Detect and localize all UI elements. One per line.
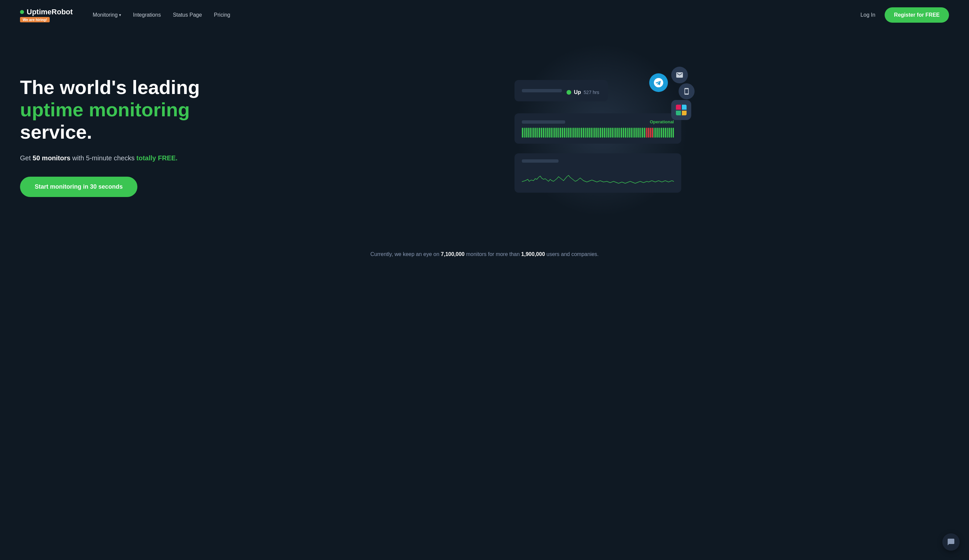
uptime-bar-item xyxy=(615,128,616,138)
uptime-bar-item xyxy=(556,128,558,138)
uptime-bar-item xyxy=(611,128,613,138)
uptime-bar-item xyxy=(546,128,548,138)
status-up-label: Up xyxy=(574,89,581,95)
response-chart-card xyxy=(514,153,681,193)
uptime-bar-item xyxy=(568,128,569,138)
uptime-bar-item xyxy=(586,128,588,138)
uptime-bars xyxy=(522,128,674,138)
uptime-bar-item xyxy=(648,128,649,138)
nav-right: Log In Register for FREE xyxy=(861,7,949,23)
uptime-bar-item xyxy=(671,128,672,138)
uptime-bar-item xyxy=(606,128,607,138)
email-icon xyxy=(671,66,688,83)
stats-text: Currently, we keep an eye on 7,100,000 m… xyxy=(20,250,949,259)
uptime-bar-item xyxy=(575,128,576,138)
uptime-bar-item xyxy=(526,128,527,138)
uptime-bar-item xyxy=(548,128,550,138)
uptime-bar-item xyxy=(609,128,611,138)
uptime-bar-item xyxy=(571,128,573,138)
nav-status-page[interactable]: Status Page xyxy=(173,12,202,18)
uptime-bar-item xyxy=(602,128,603,138)
mobile-icon xyxy=(679,83,694,99)
uptime-bar-item xyxy=(566,128,567,138)
uptime-bar-item xyxy=(663,128,664,138)
chat-icon xyxy=(947,538,955,546)
status-hours: 527 hrs xyxy=(584,90,599,95)
uptime-bar-item xyxy=(591,128,592,138)
uptime-bar-item xyxy=(553,128,554,138)
telegram-icon xyxy=(649,73,668,92)
uptime-bar-item xyxy=(524,128,525,138)
uptime-bar-item xyxy=(654,128,655,138)
slack-icon xyxy=(671,100,691,120)
uptime-bar-item xyxy=(535,128,536,138)
uptime-bar-item xyxy=(543,128,544,138)
uptime-bar-item xyxy=(608,128,609,138)
uptime-bar-item xyxy=(638,128,639,138)
uptime-bar-item xyxy=(522,128,523,138)
slack-grid xyxy=(676,105,687,115)
uptime-bar-item xyxy=(623,128,624,138)
uptime-bar-item xyxy=(604,128,605,138)
uptime-bar-item xyxy=(657,128,659,138)
hero-subtitle: Get 50 monitors with 5-minute checks tot… xyxy=(20,153,253,163)
nav-monitoring[interactable]: Monitoring ▾ xyxy=(93,12,121,18)
uptime-bar-item xyxy=(585,128,586,138)
uptime-bar-item xyxy=(600,128,601,138)
uptime-bar-item xyxy=(640,128,641,138)
cta-button[interactable]: Start monitoring in 30 seconds xyxy=(20,177,137,197)
uptime-bar-item xyxy=(655,128,656,138)
uptime-bar-item xyxy=(649,128,651,138)
uptime-bar-item xyxy=(593,128,594,138)
uptime-bar-item xyxy=(562,128,563,138)
uptime-bar-item xyxy=(673,128,674,138)
status-placeholder-bar xyxy=(522,89,562,92)
uptime-bar-item xyxy=(554,128,556,138)
uptime-bar-item xyxy=(537,128,538,138)
chart-area xyxy=(522,167,674,187)
hero-section: The world's leading uptime monitoring se… xyxy=(0,30,969,237)
uptime-bar-item xyxy=(621,128,622,138)
uptime-bar-item xyxy=(573,128,574,138)
uptime-bar-item xyxy=(551,128,552,138)
uptime-bar-item xyxy=(528,128,529,138)
bar-title-placeholder xyxy=(522,120,565,124)
nav-pricing[interactable]: Pricing xyxy=(214,12,230,18)
chart-title-placeholder xyxy=(522,160,559,163)
uptime-bar-item xyxy=(644,128,645,138)
uptime-bar-item xyxy=(631,128,632,138)
uptime-bar-item xyxy=(583,128,584,138)
stats-bar: Currently, we keep an eye on 7,100,000 m… xyxy=(0,237,969,275)
uptime-bar-item xyxy=(634,128,636,138)
chat-bubble[interactable] xyxy=(942,533,960,551)
uptime-bar-item xyxy=(617,128,619,138)
bar-label-row: Operational xyxy=(522,119,674,124)
uptime-bar-item xyxy=(667,128,668,138)
uptime-bar-item xyxy=(545,128,546,138)
uptime-bar-item xyxy=(569,128,571,138)
uptime-bar-item xyxy=(558,128,559,138)
uptime-bar-item xyxy=(642,128,643,138)
uptime-bar-item xyxy=(594,128,596,138)
uptime-bar-item xyxy=(659,128,661,138)
uptime-bar-item xyxy=(665,128,666,138)
uptime-bar-item xyxy=(625,128,626,138)
uptime-bar-item xyxy=(541,128,542,138)
register-button[interactable]: Register for FREE xyxy=(885,7,949,23)
uptime-bar-item xyxy=(614,128,615,138)
uptime-bar-item xyxy=(596,128,598,138)
uptime-bar-item xyxy=(533,128,534,138)
operational-label: Operational xyxy=(650,119,674,124)
nav-integrations[interactable]: Integrations xyxy=(133,12,161,18)
logo-area[interactable]: UptimeRobot We are hiring! xyxy=(20,8,73,22)
status-card: Up 527 hrs xyxy=(514,80,608,101)
chevron-down-icon: ▾ xyxy=(119,13,121,17)
uptime-bar-item xyxy=(539,128,540,138)
logo: UptimeRobot xyxy=(20,8,73,16)
uptime-bar-item xyxy=(598,128,599,138)
nav-links: Monitoring ▾ Integrations Status Page Pr… xyxy=(93,12,847,18)
uptime-bar-item xyxy=(646,128,647,138)
uptime-bar-item xyxy=(633,128,634,138)
uptime-bar-item xyxy=(669,128,670,138)
login-link[interactable]: Log In xyxy=(861,12,875,18)
